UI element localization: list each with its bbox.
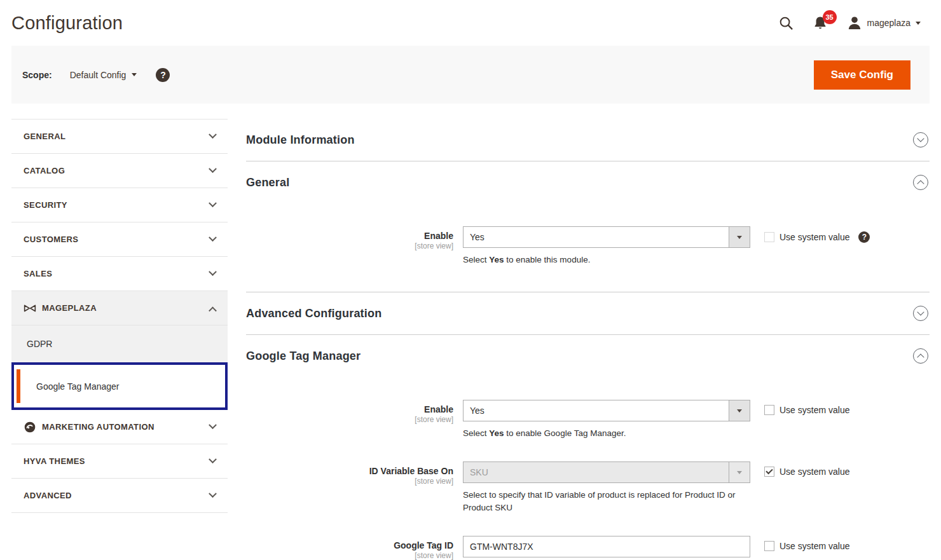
field-row-enable-module: Enable [store view] Yes Select Yes to en… xyxy=(246,226,930,266)
field-note: Select Yes to enable Google Tag Manager. xyxy=(463,427,750,440)
field-label: Enable xyxy=(246,404,453,414)
config-sidebar: GENERAL CATALOG SECURITY CUSTOMERS SALES… xyxy=(11,119,228,513)
field-scope: [store view] xyxy=(246,242,453,250)
scope-switcher[interactable]: Default Config xyxy=(70,70,137,80)
enable-gtm-select[interactable]: Yes xyxy=(463,400,750,421)
section-header-google-tag-manager[interactable]: Google Tag Manager xyxy=(246,335,930,377)
section-header-general[interactable]: General xyxy=(246,161,930,203)
field-scope: [store view] xyxy=(246,477,453,486)
section-header-advanced-configuration[interactable]: Advanced Configuration xyxy=(246,292,930,334)
field-note: Select to specify that ID variable of pr… xyxy=(463,489,750,514)
field-note: Select Yes to enable this module. xyxy=(463,254,750,266)
config-main: Module Information General Enable [store… xyxy=(246,119,930,560)
section-title: Google Tag Manager xyxy=(246,350,361,363)
sidebar-item-general[interactable]: GENERAL xyxy=(11,120,228,154)
field-label: Google Tag ID xyxy=(246,540,453,550)
field-row-enable-gtm: Enable [store view] Yes Select Yes to en… xyxy=(246,400,930,440)
section-title: General xyxy=(246,176,289,189)
collapse-chevron-up-icon[interactable] xyxy=(913,175,928,190)
user-menu-caret-icon xyxy=(916,22,921,25)
page-title: Configuration xyxy=(11,13,123,34)
collapse-chevron-down-icon[interactable] xyxy=(913,132,928,147)
chevron-down-icon xyxy=(209,455,217,463)
chevron-down-icon xyxy=(209,233,217,242)
sidebar-item-hyva-themes[interactable]: HYVA THEMES xyxy=(11,444,228,479)
id-variable-base-on-select: SKU xyxy=(463,461,750,483)
field-row-id-variable-base-on: ID Variable Base On [store view] SKU Sel… xyxy=(246,461,930,514)
sidebar-subitem-google-tag-manager[interactable]: Google Tag Manager xyxy=(14,365,225,407)
chevron-down-icon xyxy=(209,199,217,207)
content: GENERAL CATALOG SECURITY CUSTOMERS SALES… xyxy=(0,104,941,560)
field-scope: [store view] xyxy=(246,415,453,424)
select-arrow-icon xyxy=(729,462,750,482)
field-scope: [store view] xyxy=(246,551,453,560)
sidebar-item-customers[interactable]: CUSTOMERS xyxy=(11,222,228,257)
mageplaza-logo-icon xyxy=(24,304,36,313)
google-tag-manager-fields: Enable [store view] Yes Select Yes to en… xyxy=(246,377,930,560)
sidebar-subitem-gdpr[interactable]: GDPR xyxy=(11,325,228,362)
sidebar-item-catalog[interactable]: CATALOG xyxy=(11,154,228,188)
enable-module-select[interactable]: Yes xyxy=(463,226,750,248)
chevron-down-icon xyxy=(209,130,217,139)
user-menu[interactable]: mageplaza xyxy=(847,15,921,31)
scope-bar: Scope: Default Config ? Save Config xyxy=(11,46,930,104)
select-arrow-icon xyxy=(729,400,750,421)
page-header: Configuration 35 mageplaza xyxy=(0,0,941,46)
use-system-value-checkbox[interactable] xyxy=(764,541,774,551)
user-avatar-icon xyxy=(847,15,862,31)
header-actions: 35 mageplaza xyxy=(779,15,921,31)
section-title: Module Information xyxy=(246,133,355,147)
scope-caret-icon xyxy=(132,73,137,76)
sidebar-item-mageplaza[interactable]: MAGEPLAZA xyxy=(11,291,228,325)
google-tag-id-input[interactable] xyxy=(463,536,750,557)
general-fields: Enable [store view] Yes Select Yes to en… xyxy=(246,203,930,292)
field-label: ID Variable Base On xyxy=(246,466,453,476)
collapse-chevron-up-icon[interactable] xyxy=(913,348,928,364)
chevron-down-icon xyxy=(209,165,217,173)
notifications-bell-icon[interactable]: 35 xyxy=(813,15,828,31)
section-title: Advanced Configuration xyxy=(246,307,381,320)
section-header-module-information[interactable]: Module Information xyxy=(246,119,930,161)
field-label: Enable xyxy=(246,231,453,241)
scope-label: Scope: xyxy=(22,70,52,80)
chevron-down-icon xyxy=(209,489,217,498)
marketing-automation-logo-icon xyxy=(24,421,36,434)
username: mageplaza xyxy=(867,18,911,28)
sidebar-item-advanced[interactable]: ADVANCED xyxy=(11,479,228,513)
chevron-up-icon xyxy=(209,306,217,315)
select-arrow-icon xyxy=(729,227,750,247)
sidebar-item-marketing-automation[interactable]: MARKETING AUTOMATION xyxy=(11,410,228,444)
field-help-icon[interactable]: ? xyxy=(858,231,870,243)
use-system-value-checkbox[interactable] xyxy=(764,232,774,242)
field-row-google-tag-id: Google Tag ID [store view] To get Google… xyxy=(246,536,930,560)
mageplaza-subnav: GDPR Google Tag Manager xyxy=(11,325,228,410)
highlight-annotation-box: Google Tag Manager xyxy=(11,362,228,410)
use-system-value-checkbox[interactable] xyxy=(764,405,774,415)
sidebar-item-security[interactable]: SECURITY xyxy=(11,188,228,222)
save-config-button[interactable]: Save Config xyxy=(814,60,910,90)
scope-help-icon[interactable]: ? xyxy=(156,68,170,82)
notification-count-badge: 35 xyxy=(823,10,837,24)
use-system-value-checkbox[interactable] xyxy=(764,467,774,477)
collapse-chevron-down-icon[interactable] xyxy=(913,306,928,321)
chevron-down-icon xyxy=(209,268,217,276)
scope-value: Default Config xyxy=(70,70,127,80)
sidebar-item-sales[interactable]: SALES xyxy=(11,257,228,291)
chevron-down-icon xyxy=(209,421,217,429)
search-icon[interactable] xyxy=(779,16,793,31)
